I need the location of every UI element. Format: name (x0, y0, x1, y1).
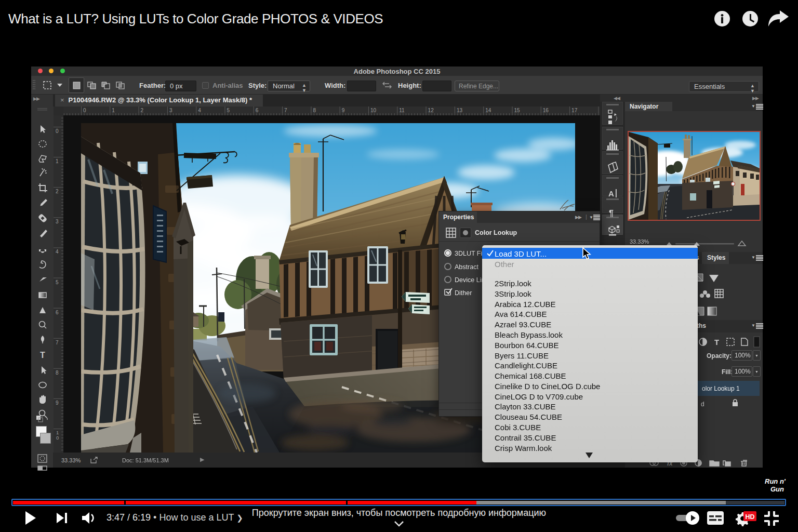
svg-text:16: 16 (543, 108, 549, 113)
svg-text:10: 10 (370, 108, 377, 113)
svg-text:T: T (714, 338, 719, 347)
svg-text:17: 17 (571, 108, 578, 113)
svg-text:12: 12 (428, 108, 434, 113)
svg-text:1: 1 (56, 158, 59, 164)
svg-text:0: 0 (56, 128, 59, 134)
svg-text:¶: ¶ (609, 209, 614, 218)
svg-text:3: 3 (169, 108, 172, 113)
svg-text:1: 1 (112, 108, 115, 113)
svg-text:6: 6 (56, 310, 59, 315)
svg-text:0: 0 (83, 108, 86, 113)
svg-text:A: A (608, 189, 614, 198)
svg-text:4: 4 (56, 249, 59, 255)
svg-text:13: 13 (457, 108, 463, 113)
svg-text:9: 9 (56, 400, 59, 406)
svg-text:7: 7 (56, 340, 59, 345)
svg-text:2: 2 (56, 189, 59, 194)
svg-text:9: 9 (342, 108, 345, 113)
svg-text:T: T (40, 351, 45, 360)
svg-text:3: 3 (56, 219, 59, 224)
svg-text:15: 15 (514, 108, 521, 113)
svg-text:5: 5 (227, 108, 230, 113)
svg-text:7: 7 (284, 108, 287, 113)
svg-text:6: 6 (256, 108, 259, 113)
svg-text:8: 8 (56, 370, 59, 376)
svg-text:11: 11 (399, 108, 405, 113)
svg-text:8: 8 (313, 108, 316, 113)
svg-text:5: 5 (56, 280, 59, 285)
svg-text:4: 4 (198, 108, 201, 113)
svg-text:Gun: Gun (770, 485, 784, 493)
svg-text:14: 14 (485, 108, 491, 113)
svg-text:2: 2 (141, 108, 144, 113)
svg-text:Run n': Run n' (765, 477, 786, 485)
svg-text:0: 0 (56, 435, 59, 441)
svg-text:HD: HD (745, 513, 754, 521)
